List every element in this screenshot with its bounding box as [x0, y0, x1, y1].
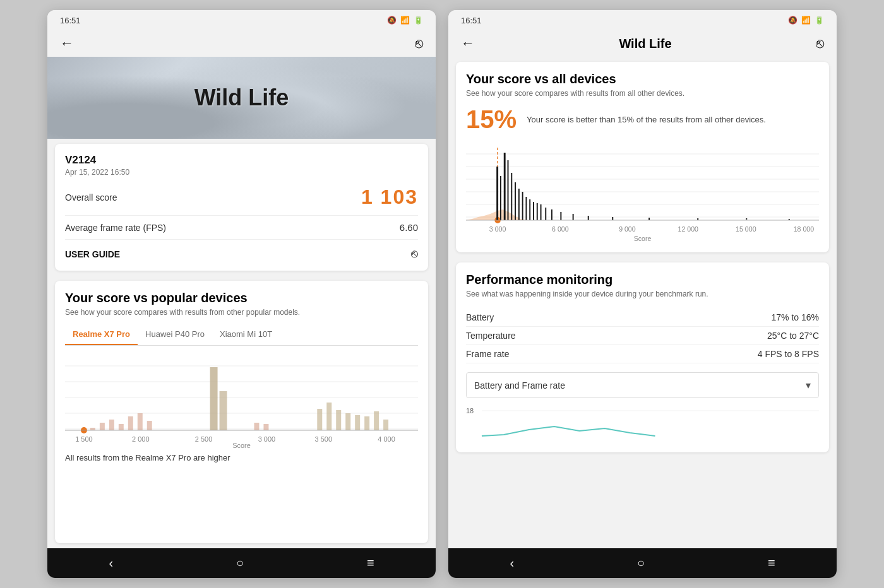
status-time-1: 16:51 [60, 16, 81, 25]
share-icon-card[interactable]: ⎋ [411, 247, 418, 261]
svg-text:9 000: 9 000 [619, 225, 636, 233]
svg-rect-7 [100, 423, 105, 430]
status-icons-1: 🔕 📶 🔋 [387, 16, 423, 25]
svg-text:3 000: 3 000 [489, 225, 506, 233]
svg-rect-52 [533, 202, 534, 220]
svg-rect-63 [746, 218, 747, 220]
wifi-icon: 📶 [400, 16, 410, 25]
svg-rect-48 [518, 189, 520, 220]
fps-label: Average frame rate (FPS) [65, 223, 166, 233]
back-button-1[interactable]: ← [60, 35, 74, 52]
svg-rect-16 [263, 424, 268, 430]
svg-text:Score: Score [232, 442, 251, 448]
svg-rect-19 [336, 410, 341, 430]
svg-rect-9 [119, 424, 124, 430]
share-button-1[interactable]: ⎋ [415, 35, 423, 52]
svg-rect-43 [500, 176, 501, 220]
phone-2: 16:51 🔕 📶 🔋 ← Wild Life ⎋ Your score vs … [448, 10, 837, 578]
result-card: V2124 Apr 15, 2022 16:50 Overall score 1… [55, 144, 428, 271]
svg-rect-61 [648, 218, 650, 220]
battery-row: Battery 17% to 16% [466, 309, 819, 327]
tab-realme[interactable]: Realme X7 Pro [65, 324, 138, 345]
vs-popular-card: Your score vs popular devices See how yo… [55, 281, 428, 543]
mini-chart: 18 [466, 404, 819, 442]
battery-label: Battery [466, 312, 494, 322]
chart-svg-1: 1 500 2 000 2 500 3 000 3 500 4 000 Scor… [65, 353, 418, 448]
status-bar-1: 16:51 🔕 📶 🔋 [47, 10, 436, 30]
tab-xiaomi[interactable]: Xiaomi Mi 10T [212, 324, 280, 345]
svg-text:3 000: 3 000 [258, 435, 275, 443]
vs-popular-chart: 1 500 2 000 2 500 3 000 3 500 4 000 Scor… [65, 353, 418, 448]
svg-rect-10 [128, 416, 133, 430]
nav-menu-btn-1[interactable]: ≡ [367, 556, 374, 570]
dropdown-arrow-icon: ▾ [806, 379, 811, 391]
svg-text:3 500: 3 500 [315, 435, 332, 443]
svg-rect-45 [508, 160, 509, 220]
phone-1: 16:51 🔕 📶 🔋 ← ⎋ Wild Life V2124 Apr 15, … [47, 10, 436, 578]
svg-text:18: 18 [466, 407, 474, 415]
svg-rect-42 [496, 167, 498, 220]
mini-chart-svg: 18 [466, 404, 819, 442]
perf-monitoring-card: Performance monitoring See what was happ… [456, 262, 829, 452]
vs-all-card: Your score vs all devices See how your s… [456, 62, 829, 252]
nav-back-btn-1[interactable]: ‹ [109, 556, 113, 570]
svg-rect-56 [551, 209, 552, 220]
vs-popular-title: Your score vs popular devices [65, 291, 418, 305]
dropdown-battery-framerate[interactable]: Battery and Frame rate ▾ [466, 372, 819, 398]
svg-rect-17 [317, 409, 322, 430]
svg-text:Score: Score [634, 235, 652, 242]
vs-all-chart: 3 000 6 000 9 000 12 000 15 000 18 000 S… [466, 141, 819, 242]
chart-svg-2: 3 000 6 000 9 000 12 000 15 000 18 000 S… [466, 141, 819, 242]
svg-rect-50 [525, 197, 527, 220]
wifi-icon-2: 📶 [801, 16, 811, 25]
nav-bar-2: ‹ ○ ≡ [448, 548, 837, 578]
vs-all-title: Your score vs all devices [466, 72, 819, 86]
page-title-2: Wild Life [619, 37, 671, 51]
overall-score-label: Overall score [65, 192, 117, 203]
svg-text:2 500: 2 500 [195, 435, 212, 443]
overall-score-value: 1 103 [361, 185, 418, 209]
svg-rect-51 [529, 199, 530, 220]
svg-rect-60 [612, 217, 613, 220]
battery-icon-2: 🔋 [815, 16, 824, 25]
fps-row: Average frame rate (FPS) 6.60 [65, 216, 418, 239]
svg-rect-53 [537, 203, 538, 220]
percentage-value: 15% [466, 105, 517, 134]
svg-rect-59 [588, 216, 589, 220]
svg-text:18 000: 18 000 [794, 225, 814, 233]
percentage-desc: Your score is better than 15% of the res… [527, 115, 819, 124]
svg-rect-46 [511, 173, 512, 220]
svg-text:1 500: 1 500 [75, 435, 92, 443]
nav-back-btn-2[interactable]: ‹ [510, 556, 514, 570]
svg-text:12 000: 12 000 [678, 225, 698, 233]
svg-rect-20 [345, 413, 350, 430]
svg-rect-57 [560, 212, 561, 220]
nav-menu-btn-2[interactable]: ≡ [768, 556, 775, 570]
framerate-label: Frame rate [466, 349, 509, 359]
share-button-2[interactable]: ⎋ [816, 35, 824, 52]
user-guide-label[interactable]: USER GUIDE [65, 249, 120, 259]
all-results-text: All results from the Realme X7 Pro are h… [65, 448, 418, 462]
svg-rect-23 [374, 411, 379, 430]
tab-huawei[interactable]: Huawei P40 Pro [138, 324, 212, 345]
nav-home-btn-2[interactable]: ○ [637, 556, 645, 570]
framerate-row: Frame rate 4 FPS to 8 FPS [466, 345, 819, 363]
temperature-row: Temperature 25°C to 27°C [466, 327, 819, 345]
battery-value: 17% to 16% [772, 312, 820, 322]
svg-rect-22 [364, 416, 369, 430]
overall-score-row: Overall score 1 103 [65, 179, 418, 216]
nav-home-btn-1[interactable]: ○ [236, 556, 244, 570]
tabs-row: Realme X7 Pro Huawei P40 Pro Xiaomi Mi 1… [65, 324, 418, 346]
vs-all-desc: See how your score compares with results… [466, 89, 819, 98]
svg-rect-44 [504, 153, 506, 220]
svg-rect-62 [697, 218, 698, 220]
svg-rect-12 [147, 421, 152, 430]
framerate-value: 4 FPS to 8 FPS [758, 349, 819, 359]
back-button-2[interactable]: ← [461, 35, 475, 52]
svg-rect-18 [326, 403, 332, 430]
dropdown-label: Battery and Frame rate [474, 380, 565, 391]
battery-icon: 🔋 [414, 16, 423, 25]
mute-icon-2: 🔕 [788, 16, 797, 25]
svg-rect-24 [383, 420, 388, 430]
perf-desc: See what was happening inside your devic… [466, 290, 819, 298]
